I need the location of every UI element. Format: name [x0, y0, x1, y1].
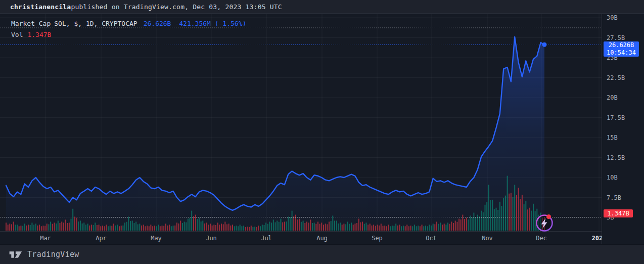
x-axis-label: Jul	[261, 235, 272, 242]
price-axis[interactable]: 26.626B 10:54:34 1.347B 30B27.5B25B22.5B…	[602, 14, 644, 244]
notification-dot	[546, 214, 551, 219]
time-axis[interactable]: MarAprMayJunJulAugSepOctNovDec2024	[0, 231, 602, 244]
x-axis-label: Jun	[206, 235, 217, 242]
last-point-marker	[542, 42, 547, 47]
x-axis-label: Apr	[96, 235, 107, 242]
published-bar: christianencila published on TradingView…	[0, 0, 644, 14]
published-text: published on TradingView.com, Dec 03, 20…	[71, 3, 282, 11]
x-axis-label: Nov	[482, 235, 493, 242]
last-price-value: 26.626B	[604, 41, 639, 49]
chart-main-area: Market CapSOL, $, 1D, CRYPTOCAP26.626B-4…	[0, 14, 644, 244]
y-axis-tick: 10B	[607, 174, 618, 181]
last-price-label: 26.626B 10:54:34	[604, 41, 639, 57]
x-axis-label: Sep	[372, 235, 383, 242]
tradingview-logo-text: TradingView	[27, 250, 79, 259]
x-axis-label: Oct	[426, 235, 437, 242]
chart-plot-area[interactable]: Market CapSOL, $, 1D, CRYPTOCAP26.626B-4…	[0, 14, 602, 231]
tradingview-chart-window: christianencila published on TradingView…	[0, 0, 644, 264]
y-axis-tick: 7.5B	[607, 194, 621, 201]
y-axis-tick: 27.5B	[607, 34, 625, 41]
volume-value-label: 1.347B	[604, 209, 633, 217]
y-axis-tick: 17.5B	[607, 114, 625, 121]
bar-close-countdown: 10:54:34	[604, 49, 639, 57]
y-axis-tick: 20B	[607, 94, 618, 101]
tradingview-logo-icon	[9, 250, 23, 259]
y-axis-tick: 22.5B	[607, 74, 625, 81]
boost-button[interactable]	[534, 213, 555, 233]
publisher-username: christianencila	[10, 3, 71, 11]
bottom-toolbar: TradingView	[0, 244, 644, 264]
y-axis-tick: 15B	[607, 134, 618, 141]
y-axis-tick: 12.5B	[607, 154, 625, 161]
x-axis-label: Dec	[536, 235, 547, 242]
chart-column: Market CapSOL, $, 1D, CRYPTOCAP26.626B-4…	[0, 14, 602, 244]
area-fill	[6, 37, 544, 231]
tradingview-logo[interactable]: TradingView	[9, 250, 79, 259]
market-cap-area-chart[interactable]	[0, 14, 602, 231]
x-axis-label: Aug	[316, 235, 328, 242]
market-cap-line	[6, 37, 544, 210]
lightning-icon	[534, 213, 555, 233]
x-axis-label: Mar	[40, 235, 51, 242]
y-axis-tick: 30B	[607, 14, 618, 21]
x-axis-label: May	[151, 235, 162, 242]
